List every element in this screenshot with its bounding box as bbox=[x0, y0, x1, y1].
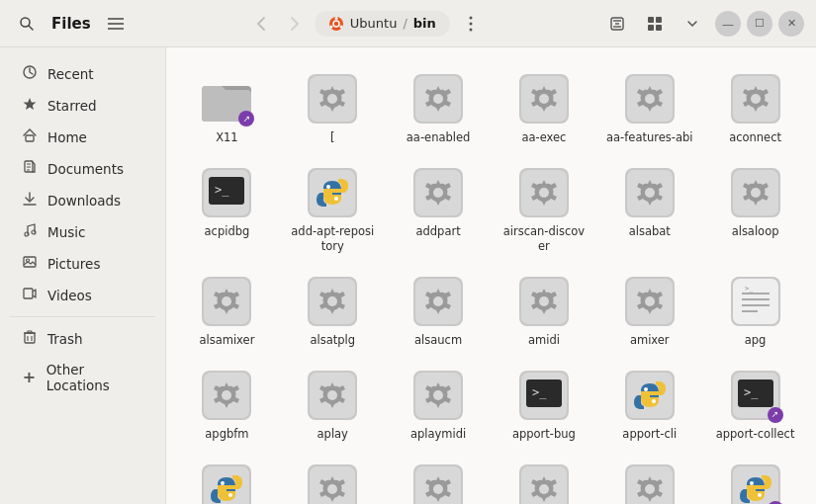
gear-file-icon bbox=[518, 463, 570, 504]
svg-rect-19 bbox=[648, 25, 654, 31]
sidebar-item-home-label: Home bbox=[47, 129, 87, 145]
file-label: aa-enabled bbox=[407, 130, 471, 145]
sidebar-item-documents[interactable]: Documents bbox=[6, 153, 159, 184]
file-icon-wrapper bbox=[516, 274, 572, 329]
file-item[interactable]: amixer bbox=[598, 266, 700, 356]
file-item[interactable]: add-apt-repository bbox=[282, 157, 384, 262]
view-toggle-button[interactable] bbox=[640, 9, 670, 39]
file-icon-wrapper bbox=[410, 462, 466, 504]
search-button[interactable] bbox=[12, 9, 42, 39]
sidebar-item-videos[interactable]: Videos bbox=[6, 280, 159, 310]
zoom-button[interactable] bbox=[602, 9, 632, 39]
file-item[interactable]: amidi bbox=[494, 266, 595, 356]
file-label: [ bbox=[330, 130, 335, 145]
file-grid: X11 [ aa-enabled aa-exec bbox=[176, 63, 806, 504]
file-item[interactable]: alsaucm bbox=[388, 266, 490, 356]
file-item[interactable]: airscan-discover bbox=[494, 157, 595, 262]
gear-file-icon bbox=[412, 73, 464, 125]
starred-icon bbox=[22, 97, 38, 114]
svg-rect-32 bbox=[24, 257, 36, 267]
file-item[interactable]: [ bbox=[282, 63, 384, 153]
file-item[interactable]: apropos bbox=[494, 454, 595, 504]
minimize-button[interactable]: — bbox=[715, 11, 741, 37]
gear-file-icon bbox=[730, 167, 781, 218]
gear-file-icon bbox=[624, 167, 676, 218]
file-item[interactable]: apt-add- bbox=[704, 454, 806, 504]
terminal-icon: >_ bbox=[518, 370, 570, 421]
main-content: Recent Starred Home Documents Downloads bbox=[0, 47, 816, 504]
svg-point-104 bbox=[327, 390, 337, 400]
file-item[interactable]: >_ apg bbox=[704, 266, 806, 356]
file-icon-wrapper bbox=[410, 165, 466, 220]
app-title: Files bbox=[51, 15, 91, 33]
file-icon-wrapper bbox=[622, 368, 678, 423]
file-item[interactable]: apport-cli bbox=[598, 360, 700, 450]
hamburger-button[interactable] bbox=[101, 9, 131, 39]
file-item[interactable]: alsamixer bbox=[176, 266, 278, 356]
file-item[interactable]: alsaloop bbox=[704, 157, 806, 262]
svg-rect-93 bbox=[733, 279, 778, 324]
file-item[interactable]: aa-enabled bbox=[388, 63, 490, 153]
file-item[interactable]: >_ apport-bug bbox=[494, 360, 595, 450]
sidebar-item-videos-label: Videos bbox=[47, 288, 92, 303]
file-icon-wrapper bbox=[199, 71, 254, 126]
file-label: aplaymidi bbox=[410, 427, 466, 442]
svg-point-47 bbox=[433, 94, 443, 104]
file-item[interactable]: >_ apport-collect bbox=[704, 360, 806, 450]
file-item[interactable]: aplay bbox=[282, 360, 384, 450]
sidebar-item-pictures[interactable]: Pictures bbox=[6, 248, 159, 279]
file-label: add-apt-repository bbox=[289, 224, 376, 254]
svg-point-132 bbox=[539, 484, 549, 494]
file-icon-wrapper bbox=[410, 368, 466, 423]
file-label: X11 bbox=[216, 130, 238, 145]
file-item[interactable]: appres bbox=[282, 454, 384, 504]
file-icon-wrapper bbox=[728, 71, 783, 126]
file-item[interactable]: apt bbox=[598, 454, 700, 504]
file-item[interactable]: X11 bbox=[176, 63, 278, 153]
file-icon-wrapper: >_ bbox=[728, 368, 783, 423]
file-label: apport-bug bbox=[512, 427, 576, 442]
titlebar-right: — ☐ ✕ bbox=[602, 9, 804, 39]
back-button[interactable] bbox=[247, 10, 275, 38]
gear-file-icon bbox=[201, 370, 252, 421]
file-item[interactable]: alsabat bbox=[598, 157, 700, 262]
svg-point-85 bbox=[433, 296, 443, 306]
file-item[interactable]: addpart bbox=[388, 157, 490, 262]
file-item[interactable]: apport- bbox=[176, 454, 278, 504]
file-item[interactable]: aa-features-abi bbox=[598, 63, 700, 153]
file-item[interactable]: apgbfm bbox=[176, 360, 278, 450]
location-menu-button[interactable] bbox=[456, 9, 486, 39]
file-icon-wrapper bbox=[410, 71, 466, 126]
file-item[interactable]: appstreamcl bbox=[388, 454, 490, 504]
file-item[interactable]: aconnect bbox=[704, 63, 806, 153]
svg-rect-35 bbox=[25, 333, 35, 343]
sidebar-item-starred[interactable]: Starred bbox=[6, 90, 159, 121]
sidebar-item-starred-label: Starred bbox=[47, 98, 97, 114]
gear-file-icon bbox=[307, 276, 358, 327]
file-item[interactable]: aplaymidi bbox=[388, 360, 490, 450]
gear-file-icon bbox=[730, 73, 781, 125]
forward-button[interactable] bbox=[281, 10, 309, 38]
location-bin: bin bbox=[413, 16, 436, 31]
file-item[interactable]: alsatplg bbox=[282, 266, 384, 356]
sidebar-item-trash[interactable]: Trash bbox=[6, 323, 159, 354]
file-item[interactable]: aa-exec bbox=[494, 63, 595, 153]
file-icon-wrapper bbox=[305, 71, 360, 126]
location-bar[interactable]: Ubuntu / bin bbox=[315, 11, 450, 37]
file-item[interactable]: >_ acpidbg bbox=[176, 157, 278, 262]
file-label: alsamixer bbox=[199, 333, 254, 348]
sidebar-item-music[interactable]: Music bbox=[6, 216, 159, 247]
sidebar-item-home[interactable]: Home bbox=[6, 122, 159, 152]
file-label: aconnect bbox=[729, 130, 781, 145]
sidebar-item-other-locations[interactable]: + Other Locations bbox=[6, 355, 159, 400]
maximize-button[interactable]: ☐ bbox=[747, 11, 772, 37]
sort-button[interactable] bbox=[678, 9, 707, 39]
sidebar-item-downloads[interactable]: Downloads bbox=[6, 185, 159, 215]
svg-point-70 bbox=[539, 188, 549, 198]
file-icon-wrapper bbox=[728, 462, 783, 504]
file-label: aplay bbox=[317, 427, 348, 442]
file-label: alsaucm bbox=[414, 333, 462, 348]
close-button[interactable]: ✕ bbox=[778, 11, 804, 37]
sidebar-item-recent[interactable]: Recent bbox=[6, 58, 159, 89]
svg-point-56 bbox=[751, 94, 761, 104]
